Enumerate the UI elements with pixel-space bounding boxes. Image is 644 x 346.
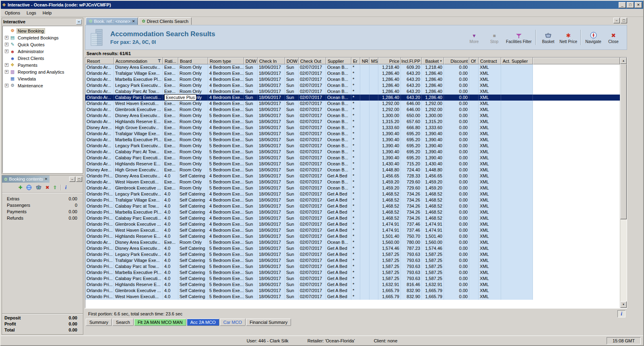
expand-icon[interactable] <box>5 49 8 53</box>
more-button[interactable]: ▼ More <box>464 31 484 44</box>
expand-icon[interactable] <box>5 63 8 67</box>
table-row[interactable]: Orlando Ar...Trafalgar Village Exe...Exe… <box>85 70 533 76</box>
info-button[interactable]: i <box>617 310 625 317</box>
column-header-discount[interactable]: Discount <box>444 58 469 64</box>
table-row[interactable]: Orlando Pri...Calabay Parc at Tow...4.0S… <box>85 203 533 209</box>
nett-price-button[interactable]: ✱ Nett Price <box>558 31 578 44</box>
expand-icon[interactable] <box>5 70 8 74</box>
table-row[interactable]: Orlando Pri...Legacy Park Executiv...4.0… <box>85 251 533 257</box>
table-row[interactable]: Orlando Ar...Disney Area Executiv...Exe.… <box>85 113 533 119</box>
tab-flight[interactable]: Flt 2A MAN MCO MAN <box>134 319 186 326</box>
tab-car[interactable]: Car MCO <box>220 319 246 326</box>
tab-accommodation[interactable]: Acc 2A MCO <box>187 319 219 326</box>
tab-summary[interactable]: Summary <box>86 319 112 326</box>
mdi-restore-button[interactable]: □ <box>621 18 627 23</box>
table-row[interactable]: Orlando Ar...Trafalgar Village Exe...Exe… <box>85 131 533 137</box>
table-row[interactable]: Orlando Pri...Legacy Park Executiv...4.0… <box>85 191 533 197</box>
panel-collapse-button[interactable]: − <box>76 19 82 25</box>
table-row[interactable]: Orlando Ar...Legacy Park Executiv...Exe.… <box>85 82 533 89</box>
column-header-room-type[interactable]: Room type <box>208 58 244 64</box>
vertical-scrollbar[interactable]: ▲ ▼ <box>620 58 627 308</box>
column-filter-icon[interactable] <box>158 59 161 63</box>
booking-contents-tab[interactable]: ✿ Booking contents ✕ <box>2 175 50 183</box>
stop-button[interactable]: ■ Stop <box>484 31 504 44</box>
column-header-supplier[interactable]: Supplier <box>326 58 351 64</box>
table-row[interactable]: Orlando Ar...Glenbrook Executive ...Exe.… <box>85 185 533 191</box>
table-row[interactable]: Orlando Pri...Highlands Reserve E...4.0S… <box>85 282 533 288</box>
column-header-nr[interactable]: NR <box>360 58 369 64</box>
table-row[interactable]: Orlando Pri...Glenbrook Executive ...4.0… <box>85 221 533 227</box>
table-row[interactable]: Orlando Pri...Disney Area Executiv...4.0… <box>85 173 533 179</box>
scroll-down-icon[interactable]: ▼ <box>620 301 627 308</box>
sidebar-item-viewdata[interactable]: ▦ Viewdata <box>3 75 82 82</box>
panel-minimize-button[interactable]: − <box>69 177 75 182</box>
close-button[interactable]: ✕ <box>635 2 642 8</box>
facilities-filter-button[interactable]: Facilities Filter <box>504 31 533 44</box>
table-row[interactable]: Orlando Pri...West Haven Executi...4.0Se… <box>85 227 533 233</box>
navigate-button[interactable]: Navigate <box>583 31 603 44</box>
sidebar-item-quick-quotes[interactable]: ✎ Quick Quotes <box>3 41 82 48</box>
table-row[interactable]: Orlando Ar...Disney Area Executiv...Exe.… <box>85 239 533 245</box>
column-header-basket[interactable]: Basket▼ <box>422 58 444 64</box>
menu-options[interactable]: Options <box>2 10 23 16</box>
expand-icon[interactable] <box>5 36 8 39</box>
minimize-button[interactable]: _ <box>619 2 626 8</box>
table-row[interactable]: Orlando Ar...Highlands Reserve E...Exe..… <box>85 161 533 167</box>
tab-booking-ref[interactable]: ✿ Book. ref.: <none> ✕ <box>86 17 138 25</box>
sidebar-item-payments[interactable]: ❖ Payments <box>3 62 82 68</box>
table-row[interactable]: Orlando Ar...Calabay Parc At Tow...Exe..… <box>85 89 533 95</box>
tab-financial-summary[interactable]: Financial Summary <box>246 319 291 326</box>
column-header-check-in[interactable]: Check In <box>258 58 285 64</box>
table-row[interactable]: Orlando Ar...Marbella Executive Pl...Exe… <box>85 76 533 82</box>
table-row[interactable]: Orlando Pri...Calabay Parc Executi...4.0… <box>85 276 533 282</box>
table-row[interactable]: Orlando Pri...Highlands Reserve E...4.0S… <box>85 233 533 239</box>
maximize-button[interactable]: □ <box>627 2 634 8</box>
column-header-resort[interactable]: Resort <box>85 58 114 64</box>
scrollbar-thumb[interactable] <box>620 64 627 219</box>
sidebar-item-maintenance[interactable]: ⚙ Maintenance <box>3 82 82 89</box>
menu-help[interactable]: Help <box>39 10 55 16</box>
info-icon[interactable]: i <box>65 185 67 190</box>
column-header-accommodation[interactable]: Accommodation <box>114 58 163 64</box>
sidebar-item-new-booking[interactable]: ❁ New Booking <box>3 27 82 34</box>
column-header-rating[interactable]: Rati... <box>163 58 178 64</box>
table-row[interactable]: Orlando Pri...Calabay Parc Executi...4.0… <box>85 215 533 221</box>
column-header-act-supplier[interactable]: Act. Supplier <box>501 58 533 64</box>
globe-icon[interactable] <box>26 185 32 190</box>
table-row[interactable]: Orlando Ar...Calabay Parc Executi...Exe.… <box>85 155 533 161</box>
table-row[interactable]: Orlando Pri...West Haven Executi...4.0Se… <box>85 294 533 300</box>
column-header-board[interactable]: Board <box>178 58 208 64</box>
column-header-of[interactable]: Of <box>469 58 479 64</box>
add-to-basket-icon[interactable] <box>35 185 42 190</box>
table-row[interactable]: Orlando Pri...Trafalgar Village Exe...4.… <box>85 197 533 203</box>
tab-close-icon[interactable]: ✕ <box>132 19 135 23</box>
table-row[interactable]: Orlando Ar...Calabay Parc At Tow...Exe..… <box>85 149 533 155</box>
add-icon[interactable]: ✚ <box>19 185 23 190</box>
delete-icon[interactable]: ✖ <box>45 185 50 190</box>
column-header-dow-in[interactable]: DOW <box>244 58 258 64</box>
expand-icon[interactable] <box>5 43 8 46</box>
column-header-contract[interactable]: Contract <box>479 58 501 64</box>
sidebar-item-reporting-and-analytics[interactable]: ▥ Reporting and Analytics <box>3 68 82 75</box>
mdi-minimize-button[interactable]: − <box>613 18 620 23</box>
column-header-incl-fl-pp[interactable]: Incl.Fl.PP <box>401 58 422 64</box>
column-header-ms[interactable]: MS <box>369 58 378 64</box>
column-header-er[interactable]: Er <box>351 58 360 64</box>
sidebar-item-administrator[interactable]: ☻ Administrator <box>3 48 82 55</box>
menu-logs[interactable]: Logs <box>23 10 39 16</box>
tab-direct-clients-search[interactable]: ✿ Direct Clients Search <box>138 17 192 25</box>
table-row[interactable]: Orlando Pri...Marbella Executive Pl...4.… <box>85 209 533 215</box>
close-panel-icon[interactable]: ✕ <box>45 177 48 181</box>
scroll-up-icon[interactable]: ▲ <box>620 58 627 64</box>
panel-restore-button[interactable]: □ <box>76 177 82 182</box>
table-row[interactable]: Orlando Ar...Marbella Executive Pl...Exe… <box>85 137 533 143</box>
table-row[interactable]: Orlando Ar...West Haven Executi...Exe...… <box>85 101 533 107</box>
expand-icon[interactable] <box>5 84 8 87</box>
table-row[interactable]: Orlando Ar...Disney Area Executiv...Exe.… <box>85 64 533 70</box>
table-row[interactable]: Orlando Pri...Glenbrook Executive ...4.0… <box>85 288 533 294</box>
table-row[interactable]: Orlando Pri...Trafalgar Village Exe...4.… <box>85 257 533 264</box>
table-row[interactable]: Orlando Pri...Calabay Parc at Tow...4.0S… <box>85 264 533 270</box>
tab-search[interactable]: Search <box>112 319 134 326</box>
basket-button[interactable]: Basket <box>538 31 558 44</box>
table-row[interactable]: Orlando Ar...Glenbrook Executive ...Exe.… <box>85 107 533 113</box>
